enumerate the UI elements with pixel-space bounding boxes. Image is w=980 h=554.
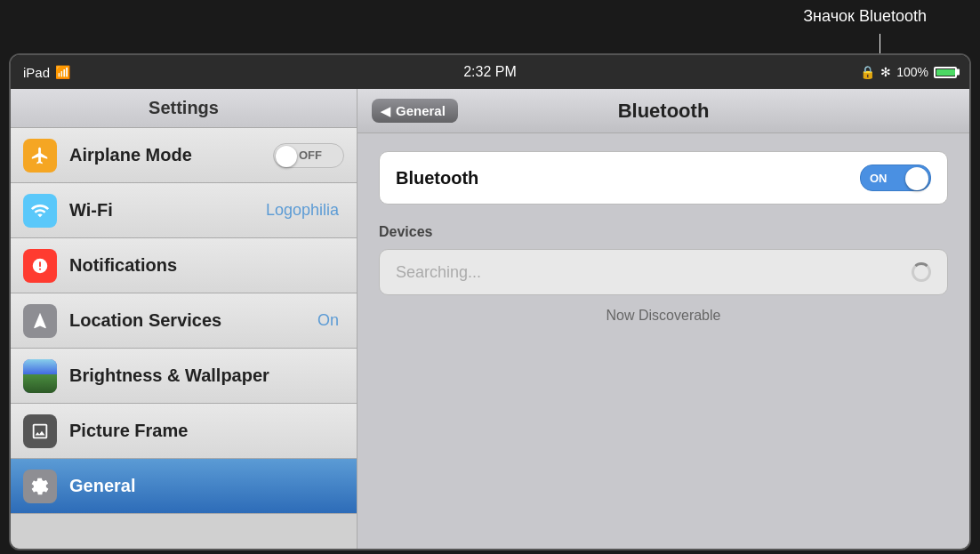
battery-percent: 100% — [896, 65, 928, 79]
notifications-label: Notifications — [69, 255, 344, 276]
device-name: iPad — [23, 65, 50, 80]
brightness-icon — [23, 359, 57, 393]
location-services-label: Location Services — [69, 310, 317, 331]
sidebar-item-brightness[interactable]: Brightness & Wallpaper — [11, 349, 357, 404]
status-time: 2:32 PM — [463, 64, 517, 80]
searching-text: Searching... — [396, 263, 912, 282]
svg-rect-1 — [39, 261, 41, 267]
picture-frame-icon — [23, 414, 57, 448]
bluetooth-toggle-row: Bluetooth ON — [379, 151, 948, 205]
general-label: General — [69, 476, 344, 496]
back-button[interactable]: ◀ General — [372, 99, 458, 123]
sidebar-item-picture-frame[interactable]: Picture Frame — [11, 404, 357, 459]
airplane-mode-icon — [23, 139, 57, 173]
back-arrow-icon: ◀ — [381, 104, 390, 118]
airplane-mode-label: Airplane Mode — [69, 145, 273, 165]
wifi-label: Wi-Fi — [69, 200, 266, 221]
battery-icon — [934, 67, 957, 78]
lock-icon: 🔒 — [860, 65, 875, 79]
loading-spinner — [912, 262, 931, 282]
wifi-status-icon: 📶 — [55, 65, 70, 79]
svg-rect-2 — [39, 268, 41, 269]
bluetooth-toggle[interactable]: ON — [860, 165, 931, 191]
sidebar-item-notifications[interactable]: Notifications — [11, 238, 357, 293]
general-icon — [23, 470, 57, 503]
panel-body: Bluetooth ON Devices Searching... Now Di… — [357, 133, 969, 549]
sidebar-title: Settings — [11, 89, 357, 128]
sidebar-item-general[interactable]: General — [11, 459, 357, 514]
devices-search-box: Searching... — [379, 249, 948, 295]
bluetooth-label: Bluetooth — [396, 168, 860, 189]
bluetooth-status-icon: ✻ — [880, 65, 891, 79]
status-left: iPad 📶 — [23, 65, 70, 80]
right-panel: ◀ General Bluetooth Bluetooth ON Devices — [357, 89, 969, 549]
panel-header: ◀ General Bluetooth — [357, 89, 969, 133]
toggle-knob — [276, 146, 297, 167]
brightness-label: Brightness & Wallpaper — [69, 365, 344, 386]
sidebar: Settings Airplane Mode OFF — [11, 89, 357, 549]
sidebar-item-wifi[interactable]: Wi-Fi Logophilia — [11, 183, 357, 238]
discoverable-text: Now Discoverable — [379, 308, 948, 324]
devices-label: Devices — [379, 224, 948, 240]
wifi-value: Logophilia — [266, 201, 339, 220]
notifications-icon — [23, 249, 57, 283]
sidebar-item-location-services[interactable]: Location Services On — [11, 293, 357, 349]
back-button-label: General — [396, 103, 446, 118]
toggle-on-text: ON — [870, 172, 888, 185]
location-services-icon — [23, 304, 57, 338]
location-services-value: On — [317, 311, 339, 330]
toggle-off-label: OFF — [299, 149, 322, 162]
panel-title: Bluetooth — [618, 100, 710, 123]
toggle-on-knob — [905, 167, 928, 190]
picture-frame-label: Picture Frame — [69, 421, 344, 441]
status-bar: iPad 📶 2:32 PM 🔒 ✻ 100% — [11, 55, 969, 89]
status-right: 🔒 ✻ 100% — [860, 65, 957, 79]
main-content: Settings Airplane Mode OFF — [11, 89, 969, 549]
airplane-mode-toggle[interactable]: OFF — [273, 143, 344, 168]
ipad-frame: iPad 📶 2:32 PM 🔒 ✻ 100% Settings Airplan… — [9, 53, 971, 550]
callout-text: Значок Bluetooth — [803, 7, 927, 26]
wifi-icon — [23, 194, 57, 228]
sidebar-item-airplane-mode[interactable]: Airplane Mode OFF — [11, 128, 357, 183]
